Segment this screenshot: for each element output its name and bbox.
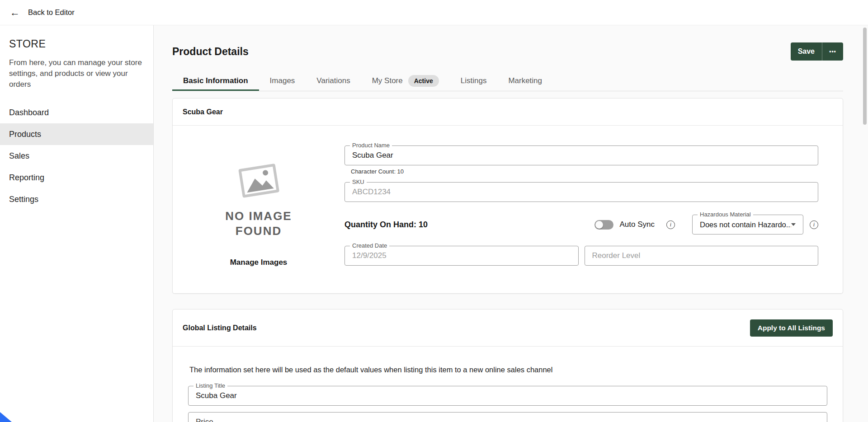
tab-bar: Basic Information Images Variations My S… — [172, 70, 843, 91]
reorder-level-placeholder: Reorder Level — [592, 251, 641, 260]
listing-title-field[interactable]: Listing Title Scuba Gear — [188, 386, 827, 406]
created-date-field[interactable]: Created Date 12/9/2025 — [344, 246, 579, 266]
sidebar-title: STORE — [9, 38, 144, 50]
tab-images[interactable]: Images — [259, 70, 306, 91]
product-name-field[interactable]: Product Name Scuba Gear — [344, 145, 818, 165]
global-listing-title: Global Listing Details — [183, 324, 257, 332]
apply-to-all-listings-button[interactable]: Apply to All Listings — [750, 319, 833, 337]
no-image-icon — [231, 159, 287, 204]
auto-sync-info-icon[interactable]: i — [666, 220, 675, 229]
product-name-label: Product Name — [350, 142, 392, 148]
sidebar-item-settings[interactable]: Settings — [0, 188, 153, 210]
tab-label: Listings — [461, 76, 487, 85]
tab-variations[interactable]: Variations — [306, 70, 361, 91]
hazardous-material-value: Does not contain Hazardo... — [700, 220, 791, 229]
sidebar-item-reporting[interactable]: Reporting — [0, 167, 153, 188]
price-label: Price — [196, 417, 213, 422]
sidebar-item-dashboard[interactable]: Dashboard — [0, 102, 153, 123]
sidebar-nav: Dashboard Products Sales Reporting Setti… — [0, 102, 153, 210]
product-name-value: Scuba Gear — [352, 151, 393, 160]
basic-info-card: Scuba Gear NO IMAGE FOUND Manage Images — [172, 98, 843, 294]
tab-listings[interactable]: Listings — [450, 70, 498, 91]
manage-images-link[interactable]: Manage Images — [230, 258, 288, 267]
save-button[interactable]: Save — [791, 42, 822, 61]
hazardous-material-select[interactable]: Hazardous Material Does not contain Haza… — [692, 215, 803, 234]
auto-sync-toggle[interactable] — [594, 220, 613, 230]
active-status-badge: Active — [408, 75, 439, 87]
sku-placeholder: ABCD1234 — [352, 188, 391, 197]
sku-label: SKU — [350, 179, 367, 185]
page-header: Product Details Save ••• — [172, 42, 843, 61]
sidebar: STORE From here, you can manage your sto… — [0, 25, 154, 422]
hazardous-material-label: Hazardous Material — [698, 211, 753, 217]
reorder-level-field[interactable]: Reorder Level — [585, 246, 819, 266]
listing-info-text: The information set here will be used as… — [188, 366, 827, 374]
tab-my-store[interactable]: My Store Active — [361, 70, 450, 91]
listing-title-value: Scuba Gear — [196, 391, 237, 400]
tab-label: Basic Information — [183, 76, 248, 85]
price-field[interactable]: Price — [188, 412, 827, 422]
sidebar-description: From here, you can manage your store set… — [9, 57, 144, 90]
more-options-button[interactable]: ••• — [822, 42, 843, 61]
auto-sync-label: Auto Sync — [620, 220, 655, 229]
listing-title-label: Listing Title — [193, 383, 227, 389]
hazmat-info-icon[interactable]: i — [810, 220, 818, 229]
toggle-knob — [595, 221, 603, 229]
tab-label: My Store — [372, 76, 403, 85]
sidebar-item-products[interactable]: Products — [0, 123, 153, 145]
back-to-editor-link[interactable]: Back to Editor — [28, 8, 75, 17]
sidebar-item-sales[interactable]: Sales — [0, 145, 153, 167]
tab-basic-information[interactable]: Basic Information — [172, 70, 259, 91]
tab-label: Marketing — [508, 76, 542, 85]
no-image-placeholder-text: NO IMAGE FOUND — [225, 209, 292, 238]
back-arrow-icon[interactable]: ← — [10, 8, 20, 18]
quantity-on-hand-text: Quantity On Hand: 10 — [344, 220, 428, 230]
product-card-title: Scuba Gear — [183, 108, 223, 116]
tab-marketing[interactable]: Marketing — [497, 70, 553, 91]
global-listing-card: Global Listing Details Apply to All List… — [172, 309, 843, 422]
topbar: ← Back to Editor — [0, 0, 868, 25]
sku-field[interactable]: SKU ABCD1234 — [344, 182, 818, 202]
created-date-value: 12/9/2025 — [352, 251, 387, 260]
tab-label: Variations — [316, 76, 350, 85]
tab-label: Images — [270, 76, 295, 85]
vertical-scrollbar[interactable] — [863, 28, 867, 125]
character-count: Character Count: 10 — [351, 168, 818, 175]
main-content: Product Details Save ••• Basic Informati… — [154, 25, 868, 422]
dropdown-caret-icon — [791, 223, 796, 226]
page-title: Product Details — [172, 46, 249, 58]
created-date-label: Created Date — [350, 243, 389, 249]
